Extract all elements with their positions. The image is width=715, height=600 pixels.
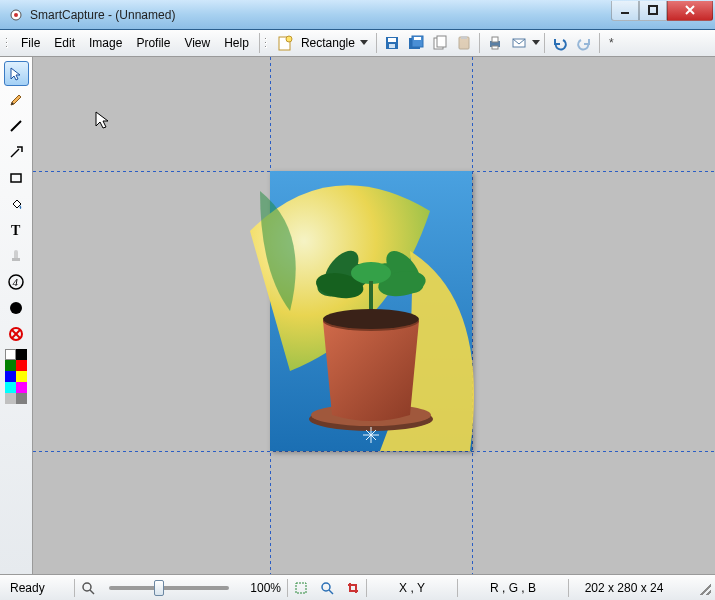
tool-pencil[interactable] <box>4 87 29 112</box>
tool-line[interactable] <box>4 113 29 138</box>
svg-line-54 <box>329 590 333 594</box>
svg-point-1 <box>14 13 18 17</box>
tool-step-number[interactable]: 4 <box>4 269 29 294</box>
guide-bottom <box>33 451 715 452</box>
zoom-out-icon[interactable] <box>75 575 101 600</box>
zoom-value: 100% <box>237 575 287 600</box>
menu-view[interactable]: View <box>177 30 217 56</box>
svg-point-40 <box>351 262 391 284</box>
svg-point-5 <box>286 36 292 42</box>
svg-rect-13 <box>437 36 446 47</box>
toolbar-grip[interactable] <box>265 30 270 56</box>
svg-line-51 <box>90 590 94 594</box>
status-rgb: R , G , B <box>458 575 568 600</box>
copy-button[interactable] <box>428 32 452 54</box>
color-palette[interactable] <box>5 349 27 404</box>
mail-dropdown[interactable] <box>531 30 541 56</box>
tool-text[interactable]: T <box>4 217 29 242</box>
menu-help[interactable]: Help <box>217 30 256 56</box>
svg-rect-18 <box>492 46 498 49</box>
menu-edit[interactable]: Edit <box>47 30 82 56</box>
minimize-button[interactable] <box>611 1 639 21</box>
svg-rect-52 <box>296 583 306 593</box>
tool-rectangle[interactable] <box>4 165 29 190</box>
resize-grip[interactable] <box>697 581 711 595</box>
menu-file[interactable]: File <box>14 30 47 56</box>
tool-pointer[interactable] <box>4 61 29 86</box>
svg-text:4: 4 <box>13 276 19 288</box>
menu-profile[interactable]: Profile <box>129 30 177 56</box>
new-capture-icon[interactable] <box>273 32 297 54</box>
svg-rect-24 <box>12 258 20 261</box>
zoom-tool-icon[interactable] <box>314 575 340 600</box>
workspace: T 4 <box>0 57 715 574</box>
svg-rect-22 <box>11 174 21 182</box>
svg-point-53 <box>322 583 330 591</box>
captured-image[interactable] <box>270 171 472 451</box>
svg-line-21 <box>11 149 19 157</box>
window-titlebar: SmartCapture - (Unnamed) <box>0 0 715 30</box>
svg-rect-2 <box>621 12 629 14</box>
guide-right <box>472 57 473 574</box>
tool-arrow[interactable] <box>4 139 29 164</box>
svg-text:T: T <box>11 223 21 238</box>
toolbar-grip[interactable] <box>6 30 11 56</box>
svg-line-20 <box>11 121 21 131</box>
mouse-cursor-icon <box>95 111 111 134</box>
svg-rect-3 <box>649 6 657 14</box>
save-button[interactable] <box>380 32 404 54</box>
redo-button[interactable] <box>572 32 596 54</box>
svg-rect-11 <box>414 37 421 40</box>
window-title: SmartCapture - (Unnamed) <box>30 8 175 22</box>
crop-icon[interactable] <box>340 575 366 600</box>
status-xy: X , Y <box>367 575 457 600</box>
canvas-area[interactable] <box>33 57 715 574</box>
app-icon <box>8 7 24 23</box>
zoom-slider-thumb[interactable] <box>154 580 164 596</box>
tool-rail: T 4 <box>0 57 33 574</box>
paste-button[interactable] <box>452 32 476 54</box>
fit-selection-icon[interactable] <box>288 575 314 600</box>
svg-point-45 <box>323 309 419 329</box>
tool-delete-circle[interactable] <box>4 321 29 346</box>
tool-fill[interactable] <box>4 191 29 216</box>
tool-filled-circle[interactable] <box>4 295 29 320</box>
close-button[interactable] <box>667 1 713 21</box>
modified-indicator: * <box>603 30 620 56</box>
status-dimensions: 202 x 280 x 24 <box>569 575 679 600</box>
svg-point-26 <box>14 250 18 254</box>
svg-point-50 <box>83 583 91 591</box>
print-button[interactable] <box>483 32 507 54</box>
capture-type-label[interactable]: Rectangle <box>301 36 355 50</box>
menu-image[interactable]: Image <box>82 30 129 56</box>
svg-rect-7 <box>388 38 396 42</box>
zoom-slider[interactable] <box>109 586 229 590</box>
svg-point-29 <box>10 302 22 314</box>
maximize-button[interactable] <box>639 1 667 21</box>
svg-rect-8 <box>389 44 395 48</box>
undo-button[interactable] <box>548 32 572 54</box>
svg-rect-17 <box>492 37 498 42</box>
mail-button[interactable] <box>507 32 531 54</box>
capture-type-dropdown[interactable] <box>359 40 369 46</box>
status-bar: Ready 100% X , Y R , G , B 202 x 280 x 2… <box>0 574 715 600</box>
svg-rect-15 <box>461 36 467 39</box>
status-ready: Ready <box>4 575 74 600</box>
save-all-button[interactable] <box>404 32 428 54</box>
tool-stamp[interactable] <box>4 243 29 268</box>
menu-toolbar: File Edit Image Profile View Help Rectan… <box>0 30 715 57</box>
